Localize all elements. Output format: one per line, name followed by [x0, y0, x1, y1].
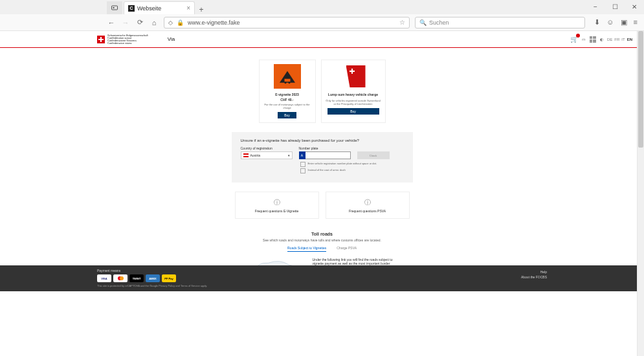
lang-fr[interactable]: FR	[614, 38, 619, 41]
card-title: Lump-sum heavy vehicle charge	[328, 93, 378, 96]
country-label: Country of registration	[241, 146, 293, 150]
evignette-tile-icon	[274, 64, 301, 89]
footer-note: This site is protected by reCAPTCHA and …	[97, 284, 207, 287]
apps-icon[interactable]	[590, 36, 596, 43]
faq-psva[interactable]: ⓘ Frequent questions PSVA	[326, 192, 410, 219]
brand: Via	[168, 36, 175, 42]
bookmark-star-icon[interactable]: ☆	[399, 19, 405, 26]
toolbar-right: ⬇ ☺ ▣ ≡	[594, 18, 638, 27]
favicon: C	[128, 5, 135, 12]
svg-rect-2	[284, 79, 290, 82]
contrast-icon[interactable]: ◐	[600, 37, 603, 41]
home-button[interactable]: ⌂	[150, 19, 159, 27]
check-form: Country of registration Austria ▾ Number…	[241, 146, 404, 159]
card-desc: For the use of motorways subject to the …	[263, 103, 311, 109]
window-close[interactable]: ✕	[625, 0, 644, 13]
address-bar: ← → ⟳ ⌂ ◇ 🔒 www.e-vignette.fake ☆ 🔍 Such…	[0, 14, 644, 31]
check-heading: Unsure if an e-vignette has already been…	[241, 139, 404, 142]
lock-icon: 🔒	[177, 19, 184, 26]
hint-text: Enter vehicle registration number plate …	[308, 162, 377, 165]
postfinance-icon: PF Pay	[162, 274, 176, 282]
faq-row: ⓘ Frequent questions E-Vignette ⓘ Freque…	[0, 192, 644, 219]
svg-rect-1	[113, 7, 115, 8]
footer-about-link[interactable]: About the FOCBS	[521, 275, 547, 279]
search-placeholder: Suchen	[429, 19, 449, 26]
language-switch: DE FR IT EN	[607, 38, 632, 41]
swiss-cross-icon	[97, 36, 105, 43]
cart-button[interactable]: 🛒	[570, 36, 578, 43]
back-button[interactable]: ←	[107, 19, 116, 27]
plate-prefix: A	[299, 151, 305, 159]
card-price: CHF 40.-	[280, 98, 293, 102]
scrollbar-thumb[interactable]	[638, 31, 643, 148]
window-maximize[interactable]: ☐	[605, 0, 625, 13]
card-title: E-vignette 2023	[275, 93, 299, 96]
buy-evignette-button[interactable]: Buy	[278, 112, 296, 118]
card-lumpsum: Lump-sum heavy vehicle charge Only for v…	[321, 60, 386, 123]
hint-text: Instead of the coat of arms: dash	[308, 168, 346, 172]
confederation-logo: Schweizerische Eidgenossenschaft Confédé…	[97, 34, 148, 45]
new-tab-button[interactable]: +	[195, 5, 208, 14]
amex-icon: AMEX	[146, 274, 160, 282]
info-icon: ⓘ	[364, 198, 371, 207]
download-icon[interactable]: ⬇	[594, 18, 600, 27]
site-header: Schweizerische Eidgenossenschaft Confédé…	[0, 31, 644, 48]
page: Schweizerische Eidgenossenschaft Confédé…	[0, 31, 644, 291]
hint-row: Instead of the coat of arms: dash	[300, 168, 404, 173]
plate-input[interactable]	[305, 151, 351, 159]
payment-row: VISA TWINT AMEX PF Pay	[97, 274, 207, 282]
screen-icon[interactable]: ▭	[582, 37, 586, 41]
chevron-down-icon: ▾	[288, 153, 290, 157]
toll-title: Toll roads	[0, 232, 644, 236]
toll-tabs: Roads Subject to Vignettes Charge PSVA	[0, 246, 644, 252]
footer: Payment means VISA TWINT AMEX PF Pay Thi…	[0, 265, 644, 291]
vertical-scrollbar[interactable]	[637, 31, 644, 356]
lang-de[interactable]: DE	[607, 38, 612, 41]
account-icon[interactable]: ☺	[606, 18, 614, 27]
cart-badge	[576, 34, 580, 38]
check-panel: Unsure if an e-vignette has already been…	[232, 132, 413, 183]
svg-rect-0	[112, 6, 118, 10]
search-field[interactable]: 🔍 Suchen	[415, 17, 585, 28]
twint-icon: TWINT	[129, 274, 144, 282]
container-tab-icon[interactable]	[107, 1, 122, 14]
plate-field: Number plate A	[299, 146, 351, 159]
info-icon: ⓘ	[274, 198, 280, 207]
search-icon: 🔍	[419, 19, 427, 26]
product-row: E-vignette 2023 CHF 40.- For the use of …	[0, 60, 644, 123]
url-field[interactable]: ◇ 🔒 www.e-vignette.fake ☆	[164, 17, 410, 28]
coat-hint-icon	[300, 168, 305, 173]
footer-help-link[interactable]: Help	[521, 270, 547, 274]
window-controls: − ☐ ✕	[586, 0, 644, 13]
check-button[interactable]: Check	[357, 151, 390, 159]
toll-sub: See which roads and motorways have tolls…	[0, 238, 644, 242]
svg-point-3	[284, 82, 286, 83]
menu-icon[interactable]: ≡	[634, 18, 638, 27]
country-field: Country of registration Austria ▾	[241, 146, 293, 159]
card-evignette: E-vignette 2023 CHF 40.- For the use of …	[259, 60, 316, 123]
country-value: Austria	[250, 153, 261, 157]
tab-bar: C Webseite × +	[0, 0, 644, 14]
faq-evignette[interactable]: ⓘ Frequent questions E-Vignette	[235, 192, 319, 219]
forward-button[interactable]: →	[121, 19, 130, 27]
austria-flag-icon	[243, 153, 249, 157]
reload-button[interactable]: ⟳	[135, 18, 144, 27]
header-actions: 🛒 ▭ ◐ DE FR IT EN	[570, 36, 632, 43]
browser-tab[interactable]: C Webseite ×	[124, 1, 195, 14]
lang-en[interactable]: EN	[627, 38, 632, 41]
country-select[interactable]: Austria ▾	[241, 151, 293, 159]
hints: Enter vehicle registration number plate …	[300, 162, 404, 173]
buy-lumpsum-button[interactable]: Buy	[328, 108, 379, 115]
tab-roads-vignette[interactable]: Roads Subject to Vignettes	[287, 246, 326, 252]
url-text: www.e-vignette.fake	[188, 19, 240, 26]
faq-label: Frequent questions PSVA	[349, 209, 386, 213]
hint-row: Enter vehicle registration number plate …	[300, 162, 404, 167]
tab-close-icon[interactable]: ×	[186, 5, 190, 12]
tab-title: Webseite	[137, 5, 161, 12]
tab-charge-psva[interactable]: Charge PSVA	[337, 246, 357, 252]
lang-it[interactable]: IT	[621, 38, 625, 41]
plate-label: Number plate	[299, 146, 351, 150]
window-minimize[interactable]: −	[586, 0, 605, 13]
plate-hint-icon	[300, 162, 305, 167]
extensions-icon[interactable]: ▣	[621, 18, 627, 27]
